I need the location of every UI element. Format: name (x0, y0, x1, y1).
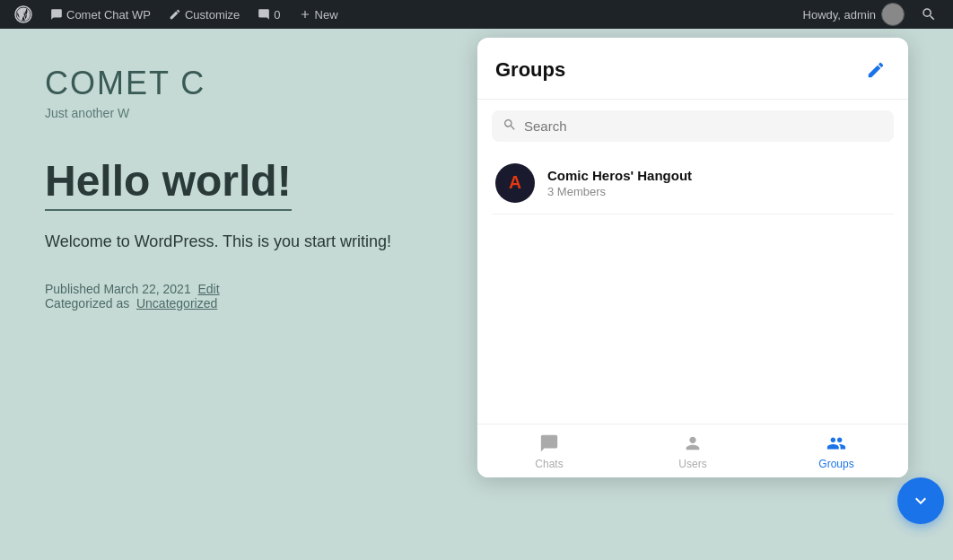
nav-chats[interactable]: Chats (477, 424, 621, 477)
group-members: 3 Members (547, 185, 890, 198)
search-container (477, 100, 908, 153)
new-menu[interactable]: New (292, 0, 345, 29)
fab-button[interactable] (897, 477, 944, 524)
list-item[interactable]: A Comic Heros' Hangout 3 Members (492, 153, 894, 214)
avatar (881, 3, 905, 26)
categorized-label: Categorized as (45, 296, 129, 311)
search-icon (503, 118, 517, 135)
nav-chats-label: Chats (535, 458, 563, 470)
comments-count: 0 (274, 8, 280, 22)
admin-search-icon[interactable] (912, 6, 946, 22)
published-date: March 22, 2021 (103, 282, 190, 296)
panel-edit-button[interactable] (861, 56, 890, 84)
panel-title: Groups (495, 58, 565, 82)
admin-bar-right: Howdy, admin (796, 3, 946, 26)
chevron-down-icon (910, 490, 931, 512)
customize-label: Customize (185, 8, 240, 22)
panel-nav: Chats Users Groups (477, 424, 908, 477)
comet-chat-menu[interactable]: Comet Chat WP (43, 0, 158, 29)
comet-chat-label: Comet Chat WP (66, 8, 151, 22)
wp-logo[interactable] (7, 0, 39, 29)
group-info: Comic Heros' Hangout 3 Members (547, 168, 890, 198)
panel-header: Groups (477, 38, 908, 100)
chat-bubble-icon (539, 433, 559, 456)
nav-groups[interactable]: Groups (765, 424, 908, 477)
groups-icon (826, 433, 846, 456)
svg-text:A: A (509, 172, 521, 192)
howdy-item[interactable]: Howdy, admin (796, 3, 912, 26)
nav-groups-label: Groups (818, 458, 853, 470)
main-content: COMET C Just another W Hello world! Welc… (0, 29, 953, 560)
search-input[interactable] (524, 118, 883, 134)
category-link[interactable]: Uncategorized (136, 296, 217, 311)
customize-menu[interactable]: Customize (162, 0, 247, 29)
published-label: Published (45, 282, 101, 296)
comments-menu[interactable]: 0 (250, 0, 287, 29)
group-avatar: A (495, 163, 535, 203)
group-name: Comic Heros' Hangout (547, 168, 890, 183)
group-list: A Comic Heros' Hangout 3 Members (477, 153, 908, 424)
howdy-text: Howdy, admin (803, 8, 876, 22)
admin-bar: Comet Chat WP Customize 0 New Howdy, adm… (0, 0, 953, 29)
chat-panel: Groups (477, 38, 908, 477)
user-icon (683, 433, 703, 456)
search-box (492, 110, 894, 142)
new-label: New (315, 8, 338, 22)
post-content: Welcome to WordPress. This is you start … (45, 229, 476, 255)
post-title: Hello world! (45, 156, 292, 211)
edit-link[interactable]: Edit (197, 282, 219, 296)
nav-users-label: Users (678, 458, 706, 470)
nav-users[interactable]: Users (621, 424, 765, 477)
